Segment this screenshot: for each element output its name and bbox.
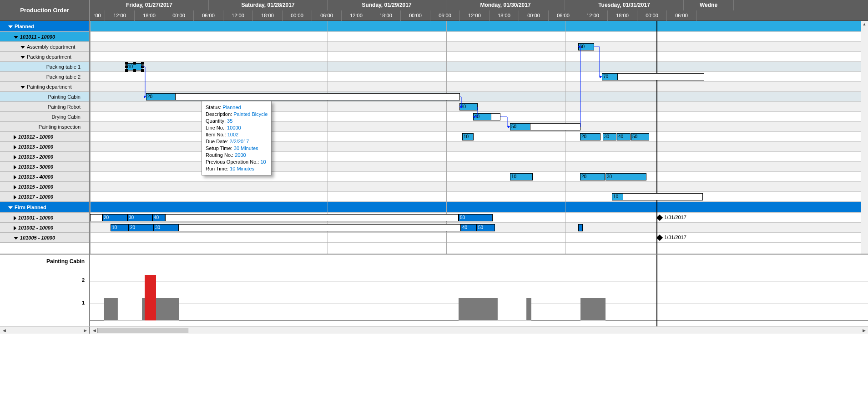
department-row[interactable]: Painting department xyxy=(0,82,89,92)
resize-handle[interactable] xyxy=(125,69,128,72)
resource-row[interactable]: Packing table 2 xyxy=(0,72,89,82)
gantt-bar[interactable]: 10 xyxy=(462,133,474,140)
caret-down-icon[interactable] xyxy=(20,46,25,49)
hour-header: 12:00 xyxy=(223,10,253,21)
order-row[interactable]: 101017 - 10000 xyxy=(0,192,89,202)
resource-row[interactable]: Painting inspection xyxy=(0,122,89,132)
gantt-bar[interactable]: 40 xyxy=(473,113,491,120)
hour-header: 00:00 xyxy=(637,10,667,21)
order-row[interactable]: 101005 - 10000 xyxy=(0,233,89,243)
hour-header: 12:00 xyxy=(578,10,608,21)
progress-bar[interactable] xyxy=(491,113,500,120)
resource-row[interactable]: Painting Cabin xyxy=(0,92,89,102)
caret-down-icon[interactable] xyxy=(8,206,13,209)
resource-row[interactable]: Drying Cabin xyxy=(0,112,89,122)
gantt-bar[interactable]: 30 xyxy=(606,173,646,180)
gantt-bar[interactable]: 20 xyxy=(580,133,601,140)
gantt-bar[interactable]: 50 xyxy=(510,123,530,130)
scroll-left-icon[interactable]: ◀ xyxy=(1,327,7,334)
progress-bar[interactable] xyxy=(176,93,460,100)
scrollbar-thumb[interactable] xyxy=(97,328,188,333)
progress-bar[interactable] xyxy=(530,123,580,130)
gantt-bar[interactable]: 30 xyxy=(459,103,478,110)
gantt-bar[interactable]: 30 xyxy=(603,133,616,140)
gantt-bar[interactable]: 10 xyxy=(612,193,623,200)
order-row[interactable]: 101002 - 10000 xyxy=(0,223,89,233)
vertical-scrollbar[interactable]: ▲ xyxy=(861,21,868,254)
order-row[interactable]: 101013 - 20000 xyxy=(0,152,89,162)
department-row[interactable]: Packing department xyxy=(0,52,89,62)
gantt-bar[interactable]: 20 xyxy=(129,224,154,231)
order-row[interactable]: 101001 - 10000 xyxy=(0,213,89,223)
gantt-bar[interactable]: 40 xyxy=(461,224,477,231)
scroll-left-icon[interactable]: ◀ xyxy=(91,327,97,334)
gantt-bar[interactable]: 20 xyxy=(146,93,176,100)
gantt-bar[interactable]: 60 xyxy=(578,43,594,50)
caret-right-icon[interactable] xyxy=(14,155,16,160)
order-row[interactable]: 101013 - 30000 xyxy=(0,162,89,172)
resize-handle[interactable] xyxy=(125,65,128,68)
resize-handle[interactable] xyxy=(125,62,128,65)
progress-bar[interactable] xyxy=(618,73,704,80)
gantt-bar[interactable]: 50 xyxy=(477,224,495,231)
gantt-bar[interactable] xyxy=(578,224,583,231)
resize-handle[interactable] xyxy=(141,62,144,65)
row-label: Packing department xyxy=(27,54,71,60)
resource-row[interactable]: Painting Robot xyxy=(0,102,89,112)
caret-right-icon[interactable] xyxy=(14,195,16,200)
gantt-h-scrollbar[interactable]: ◀ ▶ xyxy=(90,326,868,334)
caret-right-icon[interactable] xyxy=(14,145,16,150)
order-row[interactable]: 101013 - 10000 xyxy=(0,142,89,152)
row-label: Packing table 2 xyxy=(46,74,81,80)
caret-right-icon[interactable] xyxy=(14,185,16,190)
gantt-bar[interactable]: 50 xyxy=(631,133,649,140)
resize-handle[interactable] xyxy=(141,65,144,68)
gantt-bar[interactable]: 10 xyxy=(111,224,129,231)
scroll-right-icon[interactable]: ▶ xyxy=(861,327,867,334)
gantt-bar[interactable]: 20 xyxy=(102,214,127,221)
order-row[interactable]: 101011 - 10000 xyxy=(0,32,89,42)
gantt-bar[interactable]: 40 xyxy=(152,214,165,221)
group-row[interactable]: Firm Planned xyxy=(0,202,89,213)
hour-header: 06:00 xyxy=(667,10,696,21)
caret-down-icon[interactable] xyxy=(20,56,25,59)
caret-down-icon[interactable] xyxy=(14,36,18,39)
gantt-bar[interactable]: 30 xyxy=(154,224,179,231)
department-row[interactable]: Assembly department xyxy=(0,42,89,52)
resize-handle[interactable] xyxy=(133,62,136,65)
caret-right-icon[interactable] xyxy=(14,135,16,140)
gantt-panel[interactable]: Friday, 01/27/2017Saturday, 01/28/2017Su… xyxy=(90,0,868,254)
scroll-up-icon[interactable]: ▲ xyxy=(861,21,868,27)
order-row[interactable]: 101012 - 10000 xyxy=(0,132,89,142)
caret-down-icon[interactable] xyxy=(8,25,13,28)
row-label: Painting Cabin xyxy=(48,94,81,100)
tree-h-scrollbar[interactable]: ◀ ▶ xyxy=(0,326,90,334)
resize-handle[interactable] xyxy=(141,69,144,72)
order-row[interactable]: 101013 - 40000 xyxy=(0,172,89,182)
gantt-bar[interactable]: 20 xyxy=(580,173,605,180)
row-label: Painting department xyxy=(27,84,71,90)
hour-header: 06:00 xyxy=(549,10,578,21)
gantt-bar[interactable]: 30 xyxy=(127,214,152,221)
caret-down-icon[interactable] xyxy=(14,237,18,240)
resource-row[interactable]: Packing table 1 xyxy=(0,62,89,72)
gantt-bar[interactable]: 50 xyxy=(459,214,493,221)
gantt-bar[interactable]: 40 xyxy=(617,133,631,140)
caret-right-icon[interactable] xyxy=(14,165,16,170)
gantt-bar[interactable]: 70 xyxy=(602,73,618,80)
day-header: Tuesday, 01/31/2017 xyxy=(565,0,684,10)
row-label: 101001 - 10000 xyxy=(18,215,53,220)
gantt-bar[interactable]: 10 xyxy=(510,173,533,180)
resize-handle[interactable] xyxy=(133,69,136,72)
caret-right-icon[interactable] xyxy=(14,216,16,220)
progress-bar[interactable] xyxy=(623,193,703,200)
histogram-bar xyxy=(497,298,527,320)
caret-right-icon[interactable] xyxy=(14,226,16,230)
group-row[interactable]: Planned xyxy=(0,21,89,32)
row-label: Painting Robot xyxy=(48,104,81,110)
caret-down-icon[interactable] xyxy=(20,86,25,89)
caret-right-icon[interactable] xyxy=(14,175,16,180)
row-label: 101005 - 10000 xyxy=(20,235,55,240)
order-row[interactable]: 101015 - 10000 xyxy=(0,182,89,192)
scroll-right-icon[interactable]: ▶ xyxy=(82,327,88,334)
